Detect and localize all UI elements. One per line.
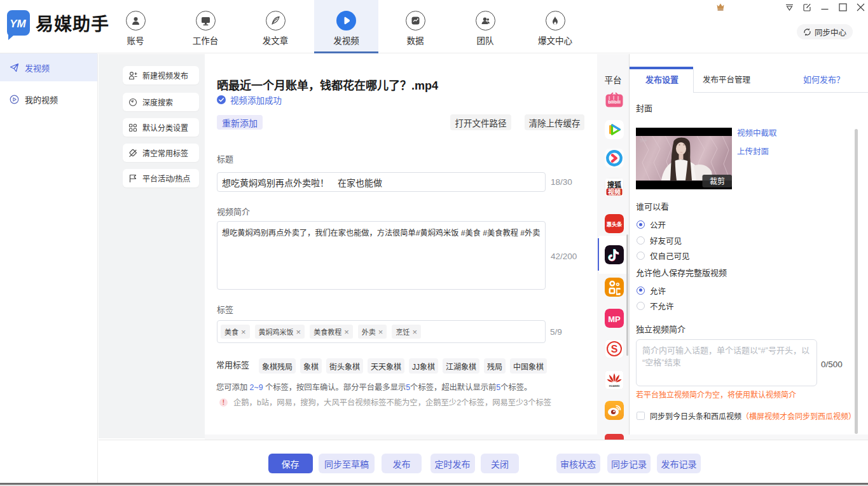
svg-text:MP: MP xyxy=(608,314,621,324)
svg-text:惠头条: 惠头条 xyxy=(606,221,622,227)
svg-text:S: S xyxy=(610,344,617,354)
svg-text:bilibili: bilibili xyxy=(608,100,621,104)
svg-text:搜狐: 搜狐 xyxy=(607,180,621,188)
svg-text:视频: 视频 xyxy=(608,187,621,195)
svg-text:YM: YM xyxy=(10,18,26,30)
svg-text:HUAWEI: HUAWEI xyxy=(609,384,619,388)
svg-text:快手: 快手 xyxy=(640,138,647,143)
svg-text:裁剪: 裁剪 xyxy=(710,177,725,186)
